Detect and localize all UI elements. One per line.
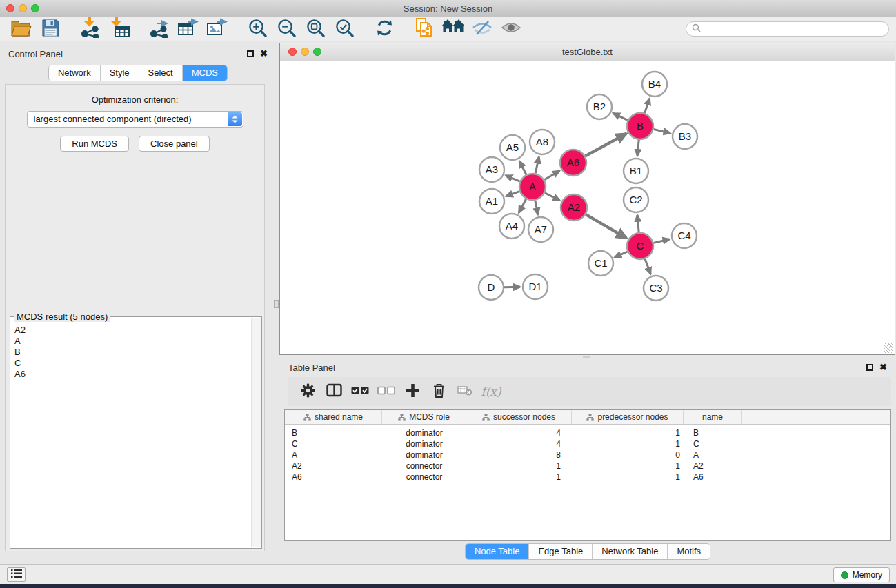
add-column-button[interactable] (399, 380, 426, 403)
node-A3[interactable]: A3 (479, 157, 504, 182)
cell-mcds-role[interactable]: dominator (382, 449, 466, 460)
edge-A-A4[interactable] (519, 199, 526, 213)
cell-name[interactable]: A (684, 449, 742, 460)
edge-C-C4[interactable] (654, 239, 670, 243)
edge-B-B3[interactable] (654, 130, 670, 134)
table-tab-motifs[interactable]: Motifs (668, 544, 710, 559)
save-session-button[interactable] (36, 18, 65, 40)
home-layout-button[interactable] (439, 18, 468, 40)
close-panel-button-2[interactable]: Close panel (139, 136, 210, 152)
tab-select[interactable]: Select (139, 65, 183, 81)
cell-shared-name[interactable]: C (285, 438, 382, 449)
deselect-all-button[interactable] (373, 380, 399, 403)
cell-mcds-role[interactable]: dominator (382, 427, 466, 438)
zoom-fit-button[interactable] (301, 18, 330, 40)
cell-shared-name[interactable]: A (285, 449, 382, 460)
cell-mcds-role[interactable]: connector (382, 460, 466, 472)
cell-mcds-role[interactable]: dominator (382, 438, 466, 449)
cell-shared-name[interactable]: B (285, 427, 382, 438)
cell-predecessor-nodes[interactable]: 1 (572, 472, 684, 483)
node-D[interactable]: D (479, 275, 504, 300)
tab-mcds[interactable]: MCDS (183, 65, 227, 81)
table-row-a[interactable]: Adominator80A (285, 449, 890, 460)
column-header-shared-name[interactable]: shared name (285, 410, 382, 424)
edge-A2-C[interactable] (586, 214, 626, 238)
float-table-panel-button[interactable] (866, 364, 873, 371)
close-panel-button[interactable]: ✖ (260, 50, 268, 57)
cell-predecessor-nodes[interactable]: 1 (572, 460, 684, 472)
node-A[interactable]: A (519, 174, 546, 200)
import-network-button[interactable] (76, 18, 105, 40)
node-D1[interactable]: D1 (523, 274, 548, 299)
edge-C-C1[interactable] (615, 252, 628, 257)
node-C[interactable]: C (627, 233, 653, 259)
node-C4[interactable]: C4 (672, 223, 697, 248)
show-columns-button[interactable] (321, 380, 347, 403)
node-B1[interactable]: B1 (624, 159, 648, 183)
open-session-button[interactable] (7, 18, 36, 40)
mcds-result-item[interactable]: A (14, 336, 26, 347)
node-A5[interactable]: A5 (500, 135, 525, 160)
search-input[interactable] (704, 23, 888, 34)
table-options-button[interactable] (295, 380, 321, 403)
cell-successor-nodes[interactable]: 1 (466, 472, 572, 483)
export-image-button[interactable] (203, 18, 232, 40)
column-header-name[interactable]: name (684, 410, 742, 424)
node-A2[interactable]: A2 (561, 194, 587, 221)
zoom-selected-button[interactable] (330, 18, 359, 40)
task-history-button[interactable] (7, 567, 26, 582)
function-builder-button[interactable]: f(x) (478, 380, 504, 403)
mcds-result-item[interactable]: A2 (14, 325, 26, 336)
node-B2[interactable]: B2 (587, 94, 612, 119)
edge-B-B2[interactable] (613, 113, 628, 120)
zoom-out-button[interactable] (272, 18, 301, 40)
node-B[interactable]: B (627, 113, 653, 139)
hide-graphics-button[interactable] (468, 18, 497, 40)
edge-B-B1[interactable] (637, 140, 639, 156)
criterion-dropdown[interactable]: largest connected component (directed) (27, 111, 243, 128)
refresh-view-button[interactable] (370, 18, 399, 40)
table-tab-edge-table[interactable]: Edge Table (529, 544, 593, 559)
table-row-c[interactable]: Cdominator41C (285, 438, 890, 449)
cell-name[interactable]: C (684, 438, 742, 449)
edge-C-C2[interactable] (637, 215, 639, 232)
column-header-successor-nodes[interactable]: successor nodes (466, 410, 572, 424)
delete-table-button[interactable] (452, 380, 478, 403)
edge-A-A7[interactable] (535, 201, 538, 215)
close-table-panel-button[interactable]: ✖ (879, 363, 887, 371)
mcds-result-item[interactable]: B (14, 347, 26, 358)
cell-successor-nodes[interactable]: 4 (466, 427, 572, 438)
resize-grip-icon[interactable] (884, 343, 893, 353)
cell-predecessor-nodes[interactable]: 1 (572, 438, 684, 449)
zoom-in-button[interactable] (243, 18, 272, 40)
node-C3[interactable]: C3 (644, 276, 668, 301)
cell-name[interactable]: B (684, 427, 742, 438)
result-scrollbar[interactable] (251, 318, 261, 547)
node-A1[interactable]: A1 (479, 189, 504, 214)
panel-splitter-handle[interactable] (274, 300, 279, 308)
node-B3[interactable]: B3 (673, 124, 697, 149)
cell-predecessor-nodes[interactable]: 1 (572, 427, 684, 438)
table-row-a2[interactable]: A2connector11A2 (285, 460, 890, 472)
edge-A-A8[interactable] (535, 157, 539, 174)
tab-style[interactable]: Style (101, 65, 139, 81)
cell-successor-nodes[interactable]: 4 (466, 438, 572, 449)
cell-predecessor-nodes[interactable]: 0 (572, 449, 684, 460)
clone-network-button[interactable] (410, 18, 439, 40)
show-graphics-button[interactable] (497, 18, 526, 40)
node-B4[interactable]: B4 (642, 72, 667, 97)
cell-successor-nodes[interactable]: 1 (466, 460, 572, 472)
edge-C-C3[interactable] (645, 259, 650, 274)
cell-name[interactable]: A6 (684, 472, 742, 483)
export-network-button[interactable] (145, 18, 174, 40)
cell-shared-name[interactable]: A6 (285, 472, 382, 483)
edge-A-A5[interactable] (519, 161, 526, 175)
table-row-a6[interactable]: A6connector11A6 (285, 472, 890, 483)
edge-A-A2[interactable] (545, 193, 560, 201)
edge-B-B4[interactable] (645, 99, 650, 113)
edge-A-A6[interactable] (544, 171, 559, 180)
search-field[interactable] (686, 21, 889, 37)
table-row-b[interactable]: Bdominator41B (285, 427, 890, 438)
edge-A-A3[interactable] (506, 176, 519, 182)
node-C1[interactable]: C1 (588, 251, 613, 276)
